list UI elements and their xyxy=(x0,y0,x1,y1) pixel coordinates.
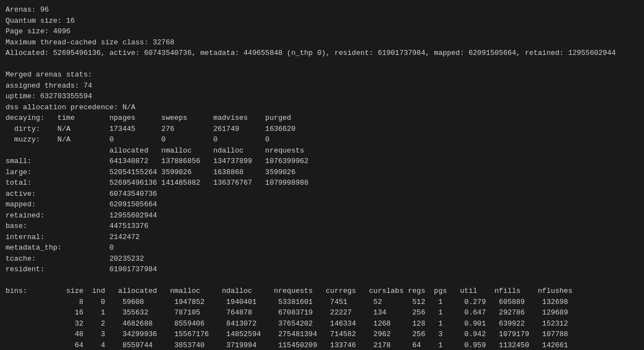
bins-header: bins: size ind allocated nmalloc ndalloc… xyxy=(6,286,638,297)
arenas-line: Arenas: 96 xyxy=(6,4,638,16)
stats-large: large: 52054155264 3599026 1638868 35990… xyxy=(6,167,638,178)
stats-internal: internal: 2142472 xyxy=(6,232,638,243)
stats-total: total: 52695496136 141485882 136376767 1… xyxy=(6,177,638,189)
stats-header: allocated nmalloc ndalloc nrequests xyxy=(6,145,638,156)
bins-blank xyxy=(6,275,638,286)
stats-resident: resident: 61901737984 xyxy=(6,264,638,275)
decaying-dirty: dirty: N/A 173445 276 261749 1636620 xyxy=(6,124,638,135)
stats-retained: retained: 12955602944 xyxy=(6,210,638,221)
merged-stats-label: Merged arenas stats: xyxy=(6,69,638,80)
bins-section: bins: size ind allocated nmalloc ndalloc… xyxy=(6,275,638,351)
stats-mapped: mapped: 62091505664 xyxy=(6,199,638,210)
page-size-line: Page size: 4096 xyxy=(6,26,638,37)
merged-stats-section: Merged arenas stats: assigned threads: 7… xyxy=(6,59,638,113)
header-section: Arenas: 96 Quantum size: 16 Page size: 4… xyxy=(6,4,638,59)
decaying-muzzy: muzzy: N/A 0 0 0 0 xyxy=(6,134,638,145)
max-thread-line: Maximum thread-cached size class: 32768 xyxy=(6,37,638,48)
assigned-threads: assigned threads: 74 xyxy=(6,80,638,92)
decaying-section: decaying: time npages sweeps madvises pu… xyxy=(6,113,638,145)
stats-base: base: 447513376 xyxy=(6,221,638,232)
blank-line-1 xyxy=(6,59,638,70)
bin-row-4: 64 4 8559744 3853740 3719994 115450209 1… xyxy=(6,340,638,351)
bin-row-0: 8 0 59608 1947852 1940401 53381601 7451 … xyxy=(6,297,638,308)
stats-small: small: 641340872 137886856 134737899 107… xyxy=(6,156,638,167)
bin-row-1: 16 1 355632 787105 764878 67083719 22227… xyxy=(6,307,638,318)
allocated-line: Allocated: 52695496136, active: 60743540… xyxy=(6,48,638,59)
dss-alloc: dss allocation precedence: N/A xyxy=(6,102,638,113)
quantum-line: Quantum size: 16 xyxy=(6,16,638,27)
stats-metadata-thp: metadata_thp: 0 xyxy=(6,242,638,253)
decaying-header: decaying: time npages sweeps madvises pu… xyxy=(6,113,638,124)
terminal-output: Arenas: 96 Quantum size: 16 Page size: 4… xyxy=(6,4,638,350)
uptime: uptime: 632703355594 xyxy=(6,91,638,102)
bin-row-2: 32 2 4682688 8559406 8413072 37654202 14… xyxy=(6,318,638,329)
stats-tcache: tcache: 20235232 xyxy=(6,253,638,265)
stats-section: allocated nmalloc ndalloc nrequests smal… xyxy=(6,145,638,275)
stats-active: active: 60743540736 xyxy=(6,189,638,200)
bin-row-3: 48 3 34299936 15567176 14852594 27548139… xyxy=(6,329,638,340)
